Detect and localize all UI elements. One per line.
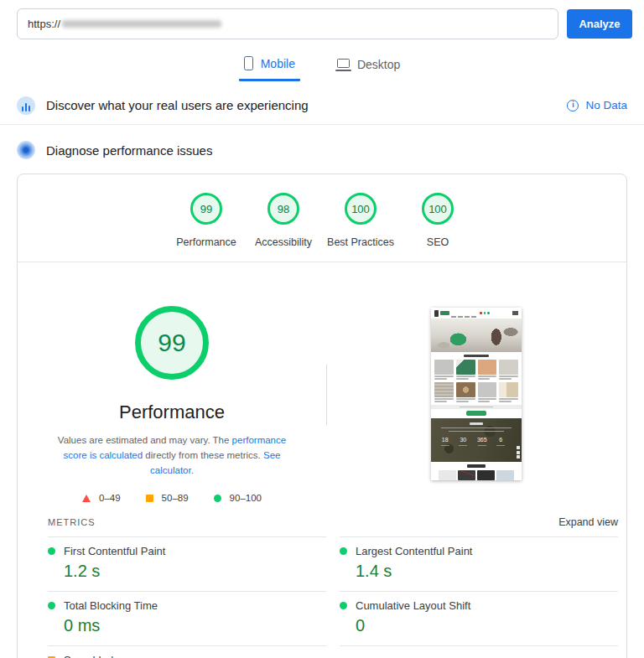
metric-speed-index: Speed Index 2.3 s xyxy=(48,646,326,658)
thumb-social-icons xyxy=(517,446,520,459)
metric-first-contentful-paint: First Contentful Paint 1.2 s xyxy=(48,536,326,592)
thumb-divider-bar xyxy=(431,405,522,409)
score-best-practices[interactable]: 100 Best Practices xyxy=(322,193,399,248)
thumb-logo xyxy=(434,310,439,317)
metrics-grid: First Contentful Paint 1.2 s Largest Con… xyxy=(18,536,626,658)
gauge-description: Values are estimated and may vary. The p… xyxy=(45,433,299,478)
url-toolbar: https:// Analyze xyxy=(0,0,644,39)
good-circle-icon xyxy=(340,602,347,609)
field-section-title: Discover what your real users are experi… xyxy=(46,98,309,112)
no-data-label: No Data xyxy=(585,99,627,111)
score-ring: 100 xyxy=(345,193,377,225)
info-icon: i xyxy=(567,100,579,111)
metric-value: 0 xyxy=(356,616,618,635)
legend-average: 50–89 xyxy=(146,493,189,503)
url-input[interactable]: https:// xyxy=(17,8,558,39)
metric-value: 1.2 s xyxy=(64,562,326,581)
metrics-header: METRICS Expand view xyxy=(18,503,626,536)
lab-section-title: Diagnose performance issues xyxy=(46,143,212,158)
final-screenshot-thumbnail[interactable]: 18 30 365 6 xyxy=(431,308,522,480)
performance-gauge-panel: 99 Performance Values are estimated and … xyxy=(18,262,326,503)
score-performance[interactable]: 99 Performance xyxy=(168,193,245,248)
good-circle-icon xyxy=(48,547,55,555)
metrics-label: METRICS xyxy=(48,517,96,527)
thumb-badge xyxy=(440,311,449,315)
good-circle-icon xyxy=(340,547,347,555)
thumb-hero-image xyxy=(431,319,522,352)
column-divider xyxy=(326,365,327,425)
score-ring: 100 xyxy=(422,193,454,225)
score-ring: 98 xyxy=(267,193,299,225)
performance-gauge[interactable]: 99 xyxy=(135,306,209,380)
good-circle-icon xyxy=(48,602,55,609)
metric-value: 1.4 s xyxy=(356,562,618,581)
score-summary-row: 99 Performance 98 Accessibility 100 Best… xyxy=(18,174,626,262)
thumb-section-title xyxy=(431,352,522,359)
performance-overview: 99 Performance Values are estimated and … xyxy=(18,262,626,503)
expand-view-button[interactable]: Expand view xyxy=(558,516,618,528)
url-text: https:// xyxy=(28,18,60,30)
score-seo[interactable]: 100 SEO xyxy=(399,193,476,248)
desktop-laptop-icon xyxy=(337,59,350,68)
thumb-site-header xyxy=(431,308,522,319)
metric-total-blocking-time: Total Blocking Time 0 ms xyxy=(48,592,326,646)
score-accessibility[interactable]: 98 Accessibility xyxy=(245,193,322,248)
average-square-icon xyxy=(146,495,153,502)
no-data-badge[interactable]: i No Data xyxy=(567,99,627,111)
analyze-button[interactable]: Analyze xyxy=(567,9,632,39)
thumb-stats: 18 30 365 6 xyxy=(431,437,522,446)
legend-good: 90–100 xyxy=(214,493,262,503)
field-data-section: Discover what your real users are experi… xyxy=(0,86,644,125)
real-users-icon xyxy=(17,96,35,115)
tab-desktop-label: Desktop xyxy=(357,58,400,71)
url-redacted-text xyxy=(62,20,221,28)
tab-desktop[interactable]: Desktop xyxy=(332,53,405,81)
tab-mobile-label: Mobile xyxy=(261,57,295,70)
score-legend: 0–49 50–89 90–100 xyxy=(82,493,262,503)
metric-largest-contentful-paint: Largest Contentful Paint 1.4 s xyxy=(340,536,618,592)
thumb-footer xyxy=(431,462,522,480)
mobile-phone-icon xyxy=(244,56,253,70)
metric-cumulative-layout-shift: Cumulative Layout Shift 0 xyxy=(340,592,618,646)
device-tabs: Mobile Desktop xyxy=(0,53,644,81)
poor-triangle-icon xyxy=(82,495,91,502)
score-ring: 99 xyxy=(190,193,222,225)
final-screenshot-panel: 18 30 365 6 xyxy=(326,262,626,503)
diagnose-icon xyxy=(17,141,35,159)
metric-value: 0 ms xyxy=(64,616,326,635)
good-circle-icon xyxy=(214,495,221,502)
gauge-title: Performance xyxy=(119,402,225,423)
thumb-menu-icon xyxy=(512,311,518,315)
report-card: 99 Performance 98 Accessibility 100 Best… xyxy=(17,174,627,658)
tab-mobile[interactable]: Mobile xyxy=(239,53,300,81)
thumb-green-button xyxy=(466,411,486,416)
legend-poor: 0–49 xyxy=(82,493,121,503)
thumb-about-section: 18 30 365 6 xyxy=(431,418,522,462)
thumb-product-grid xyxy=(431,360,522,402)
lab-data-section: Diagnose performance issues xyxy=(0,132,644,168)
